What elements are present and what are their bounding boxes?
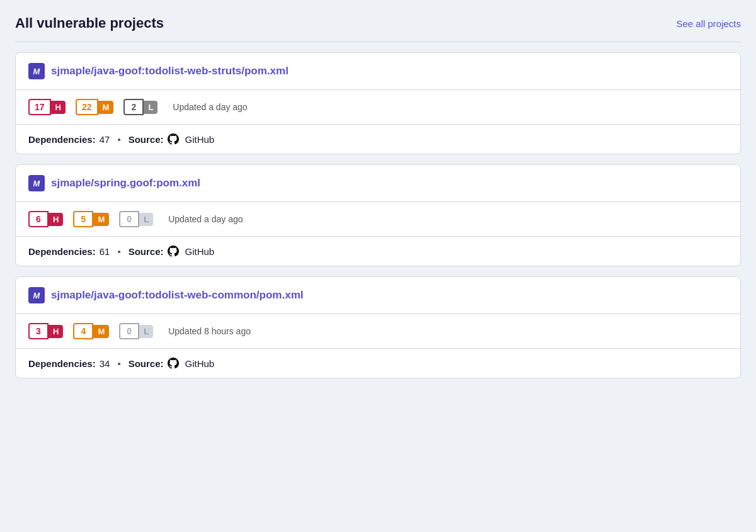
medium-count: 5 (73, 211, 93, 227)
low-count: 0 (119, 211, 139, 227)
card-stats-3: 3 H 4 M 0 L Updated 8 hours ago (16, 314, 740, 349)
github-icon (168, 246, 179, 257)
separator-dot: • (117, 358, 120, 369)
medium-label: M (93, 213, 109, 226)
dependencies-label: Dependencies: (28, 134, 96, 145)
low-badge-3: 0 L (119, 323, 153, 339)
separator-dot: • (117, 246, 120, 257)
high-label: H (49, 325, 63, 338)
card-stats-1: 17 H 22 M 2 L Updated a day ago (16, 90, 740, 125)
github-icon (168, 133, 179, 145)
medium-label: M (93, 325, 109, 338)
see-all-projects-link[interactable]: See all projects (676, 18, 741, 29)
github-icon (168, 358, 179, 369)
high-count: 17 (28, 99, 51, 115)
project-card-3: M sjmaple/java-goof:todolist-web-common/… (15, 276, 741, 378)
high-count: 6 (28, 211, 49, 227)
medium-badge-3: 4 M (73, 323, 109, 339)
project-link-2[interactable]: sjmaple/spring.goof:pom.xml (51, 177, 200, 190)
updated-text-2: Updated a day ago (168, 214, 243, 224)
card-stats-2: 6 H 5 M 0 L Updated a day ago (16, 202, 740, 237)
header-divider (15, 42, 741, 42)
low-label: L (139, 213, 153, 226)
medium-count: 4 (73, 323, 93, 339)
project-link-1[interactable]: sjmaple/java-goof:todolist-web-struts/po… (51, 65, 289, 77)
medium-badge-2: 5 M (73, 211, 109, 227)
dependencies-value: 61 (100, 246, 110, 257)
dependencies-label: Dependencies: (28, 246, 96, 257)
medium-label: M (98, 101, 114, 114)
updated-text-1: Updated a day ago (173, 102, 247, 112)
low-label: L (139, 325, 153, 338)
page-title: All vulnerable projects (15, 15, 164, 31)
project-link-3[interactable]: sjmaple/java-goof:todolist-web-common/po… (51, 289, 303, 302)
high-count: 3 (28, 323, 49, 339)
card-footer-3: Dependencies: 34 • Source: GitHub (16, 349, 740, 378)
card-header-3: M sjmaple/java-goof:todolist-web-common/… (16, 277, 740, 314)
source-value: GitHub (185, 246, 215, 257)
separator-dot: • (117, 134, 120, 145)
card-footer-2: Dependencies: 61 • Source: GitHub (16, 237, 740, 266)
medium-badge-1: 22 M (76, 99, 113, 115)
project-card-2: M sjmaple/spring.goof:pom.xml 6 H 5 M 0 … (15, 164, 741, 266)
projects-list: M sjmaple/java-goof:todolist-web-struts/… (15, 52, 741, 378)
source-label: Source: (129, 246, 164, 257)
source-value: GitHub (185, 134, 215, 145)
dependencies-label: Dependencies: (28, 358, 96, 369)
maven-icon: M (28, 63, 45, 79)
low-count: 0 (119, 323, 139, 339)
maven-icon: M (28, 287, 45, 303)
dependencies-value: 47 (100, 134, 110, 145)
source-value: GitHub (185, 358, 215, 369)
high-label: H (49, 213, 63, 226)
low-count: 2 (123, 99, 144, 115)
high-badge-2: 6 H (28, 211, 63, 227)
card-header-2: M sjmaple/spring.goof:pom.xml (16, 165, 740, 202)
updated-text-3: Updated 8 hours ago (168, 326, 251, 336)
high-label: H (51, 101, 66, 114)
low-label: L (144, 101, 158, 114)
source-label: Source: (129, 134, 164, 145)
card-footer-1: Dependencies: 47 • Source: GitHub (16, 125, 740, 154)
medium-count: 22 (76, 99, 98, 115)
low-badge-1: 2 L (123, 99, 158, 115)
high-badge-3: 3 H (28, 323, 63, 339)
high-badge-1: 17 H (28, 99, 66, 115)
card-header-1: M sjmaple/java-goof:todolist-web-struts/… (16, 53, 740, 90)
low-badge-2: 0 L (119, 211, 153, 227)
dependencies-value: 34 (100, 358, 110, 369)
page-header: All vulnerable projects See all projects (15, 15, 741, 31)
project-card-1: M sjmaple/java-goof:todolist-web-struts/… (15, 52, 741, 154)
source-label: Source: (129, 358, 164, 369)
maven-icon: M (28, 175, 45, 191)
